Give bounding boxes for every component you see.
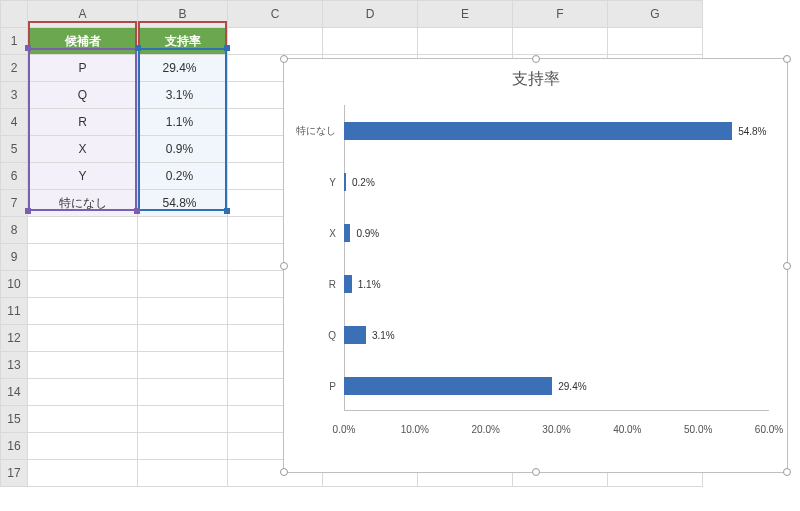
chart-resize-handle[interactable]	[783, 262, 791, 270]
cell-C1[interactable]	[228, 28, 323, 55]
col-header-E[interactable]: E	[418, 1, 513, 28]
chart-bar-row: R1.1%	[344, 275, 352, 293]
row-header-14[interactable]: 14	[1, 379, 28, 406]
row-header-12[interactable]: 12	[1, 325, 28, 352]
chart-bar-row: 特になし54.8%	[344, 122, 732, 140]
col-header-D[interactable]: D	[323, 1, 418, 28]
cell-A7[interactable]: 特になし	[28, 190, 138, 217]
row-header-7[interactable]: 7	[1, 190, 28, 217]
row-header-13[interactable]: 13	[1, 352, 28, 379]
cell-B3[interactable]: 3.1%	[138, 82, 228, 109]
row-header-1[interactable]: 1	[1, 28, 28, 55]
cell-A2[interactable]: P	[28, 55, 138, 82]
cell-B7[interactable]: 54.8%	[138, 190, 228, 217]
chart-bar[interactable]	[344, 275, 352, 293]
row-header-10[interactable]: 10	[1, 271, 28, 298]
cell-E1[interactable]	[418, 28, 513, 55]
row-header-17[interactable]: 17	[1, 460, 28, 487]
row-header-6[interactable]: 6	[1, 163, 28, 190]
chart-resize-handle[interactable]	[532, 55, 540, 63]
chart-bar-row: Q3.1%	[344, 326, 366, 344]
cell-B1[interactable]: 支持率	[138, 28, 228, 55]
cell-A3[interactable]: Q	[28, 82, 138, 109]
chart-category-label: P	[329, 380, 344, 391]
cell-F1[interactable]	[513, 28, 608, 55]
cell-B6[interactable]: 0.2%	[138, 163, 228, 190]
chart-category-label: Y	[329, 176, 344, 187]
chart-data-label: 0.2%	[346, 176, 375, 187]
col-header-G[interactable]: G	[608, 1, 703, 28]
chart-bar[interactable]	[344, 122, 732, 140]
chart-bar[interactable]	[344, 377, 552, 395]
chart-x-tick-label: 50.0%	[684, 424, 712, 435]
row-header-16[interactable]: 16	[1, 433, 28, 460]
chart-category-label: Q	[328, 329, 344, 340]
spreadsheet-area: A B C D E F G 1 候補者 支持率 2 P 29.4% 3	[0, 0, 800, 511]
cell-B2[interactable]: 29.4%	[138, 55, 228, 82]
col-header-A[interactable]: A	[28, 1, 138, 28]
chart-bar-row: Y0.2%	[344, 173, 346, 191]
chart-category-label: 特になし	[296, 124, 344, 138]
chart-resize-handle[interactable]	[783, 55, 791, 63]
col-header-C[interactable]: C	[228, 1, 323, 28]
cell-A4[interactable]: R	[28, 109, 138, 136]
chart-bar-row: P29.4%	[344, 377, 552, 395]
chart-resize-handle[interactable]	[783, 468, 791, 476]
cell-B4[interactable]: 1.1%	[138, 109, 228, 136]
chart-category-label: R	[329, 278, 344, 289]
chart-data-label: 29.4%	[552, 380, 586, 391]
chart-x-axis-line	[344, 410, 769, 411]
chart-title[interactable]: 支持率	[284, 59, 787, 94]
row-header-9[interactable]: 9	[1, 244, 28, 271]
chart-x-tick-label: 10.0%	[401, 424, 429, 435]
chart-resize-handle[interactable]	[280, 262, 288, 270]
chart-x-tick-label: 40.0%	[613, 424, 641, 435]
chart-bar-row: X0.9%	[344, 224, 350, 242]
chart-x-tick-label: 0.0%	[333, 424, 356, 435]
row-header-8[interactable]: 8	[1, 217, 28, 244]
chart-x-tick-label: 60.0%	[755, 424, 783, 435]
chart-data-label: 0.9%	[350, 227, 379, 238]
chart-data-label: 54.8%	[732, 125, 766, 136]
chart-resize-handle[interactable]	[532, 468, 540, 476]
cell-A5[interactable]: X	[28, 136, 138, 163]
row-header-3[interactable]: 3	[1, 82, 28, 109]
cell-A1[interactable]: 候補者	[28, 28, 138, 55]
chart-x-tick-label: 20.0%	[471, 424, 499, 435]
row-header-15[interactable]: 15	[1, 406, 28, 433]
column-header-row: A B C D E F G	[1, 1, 703, 28]
select-all-corner[interactable]	[1, 1, 28, 28]
cell-B5[interactable]: 0.9%	[138, 136, 228, 163]
cell-A6[interactable]: Y	[28, 163, 138, 190]
row-header-2[interactable]: 2	[1, 55, 28, 82]
col-header-B[interactable]: B	[138, 1, 228, 28]
chart-bar[interactable]	[344, 326, 366, 344]
chart-y-axis-line	[344, 105, 345, 411]
row-header-4[interactable]: 4	[1, 109, 28, 136]
cell-D1[interactable]	[323, 28, 418, 55]
chart-plot-area[interactable]: 特になし54.8%Y0.2%X0.9%R1.1%Q3.1%P29.4%0.0%1…	[344, 105, 769, 435]
chart-data-label: 1.1%	[352, 278, 381, 289]
chart-resize-handle[interactable]	[280, 468, 288, 476]
row-header-5[interactable]: 5	[1, 136, 28, 163]
chart-x-tick-label: 30.0%	[542, 424, 570, 435]
row-header-11[interactable]: 11	[1, 298, 28, 325]
chart-data-label: 3.1%	[366, 329, 395, 340]
cell-G1[interactable]	[608, 28, 703, 55]
chart-category-label: X	[329, 227, 344, 238]
col-header-F[interactable]: F	[513, 1, 608, 28]
chart-resize-handle[interactable]	[280, 55, 288, 63]
chart-object[interactable]: 支持率 特になし54.8%Y0.2%X0.9%R1.1%Q3.1%P29.4%0…	[283, 58, 788, 473]
